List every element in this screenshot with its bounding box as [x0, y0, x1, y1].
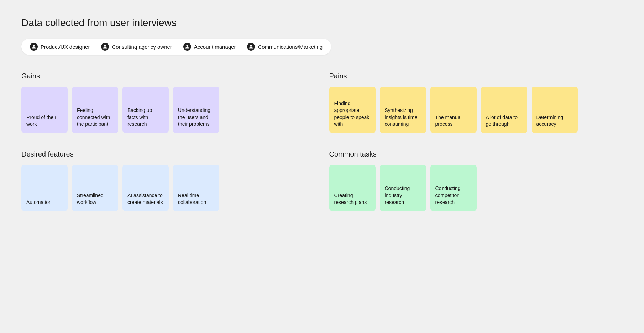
card-text: A lot of data to go through: [486, 114, 522, 128]
card-text: Automation: [26, 199, 52, 206]
card[interactable]: Determining accuracy: [532, 87, 578, 133]
desired-title: Desired features: [21, 150, 315, 158]
card-text: Conducting industry research: [385, 185, 421, 206]
bottom-row: Desired features AutomationStreamlined w…: [21, 150, 623, 211]
filter-comms[interactable]: Communications/Marketing: [247, 43, 323, 51]
common-title: Common tasks: [329, 150, 623, 158]
pains-title: Pains: [329, 72, 623, 80]
card-text: AI assistance to create materials: [127, 192, 164, 206]
card[interactable]: A lot of data to go through: [481, 87, 527, 133]
card-text: Streamlined workflow: [77, 192, 113, 206]
card[interactable]: Finding appropriate people to speak with: [329, 87, 376, 133]
card-text: Real time collaboration: [178, 192, 214, 206]
top-row: Gains Proud of their workFeeling connect…: [21, 72, 623, 133]
card[interactable]: AI assistance to create materials: [122, 165, 169, 211]
card[interactable]: Automation: [21, 165, 68, 211]
page-title: Data collected from user interviews: [21, 17, 623, 29]
pains-section: Pains Finding appropriate people to spea…: [329, 72, 623, 133]
card-text: Understanding the users and their proble…: [178, 107, 214, 128]
card[interactable]: Real time collaboration: [173, 165, 219, 211]
card-text: The manual process: [435, 114, 472, 128]
gains-title: Gains: [21, 72, 315, 80]
user-icon: [30, 43, 38, 51]
filter-consulting[interactable]: Consulting agency owner: [101, 43, 172, 51]
card[interactable]: Backing up facts with research: [122, 87, 169, 133]
gains-section: Gains Proud of their workFeeling connect…: [21, 72, 315, 133]
card[interactable]: Proud of their work: [21, 87, 68, 133]
common-cards: Creating research plansConducting indust…: [329, 165, 623, 211]
card-text: Conducting competitor research: [435, 185, 472, 206]
card-text: Determining accuracy: [536, 114, 573, 128]
card-text: Creating research plans: [334, 192, 371, 206]
card[interactable]: Synthesizing insights is time consuming: [380, 87, 426, 133]
card[interactable]: Conducting competitor research: [430, 165, 477, 211]
gains-cards: Proud of their workFeeling connected wit…: [21, 87, 315, 133]
card-text: Synthesizing insights is time consuming: [385, 107, 421, 128]
card[interactable]: Creating research plans: [329, 165, 376, 211]
desired-section: Desired features AutomationStreamlined w…: [21, 150, 315, 211]
filter-label: Account manager: [194, 44, 236, 50]
filter-label: Communications/Marketing: [258, 44, 323, 50]
desired-cards: AutomationStreamlined workflowAI assista…: [21, 165, 315, 211]
card[interactable]: Streamlined workflow: [72, 165, 118, 211]
user-icon: [101, 43, 109, 51]
user-icon: [247, 43, 255, 51]
sections-wrapper: Gains Proud of their workFeeling connect…: [21, 72, 623, 211]
filter-ux[interactable]: Product/UX designer: [30, 43, 90, 51]
card[interactable]: Conducting industry research: [380, 165, 426, 211]
filter-account[interactable]: Account manager: [183, 43, 236, 51]
pains-cards: Finding appropriate people to speak with…: [329, 87, 623, 133]
card[interactable]: Understanding the users and their proble…: [173, 87, 219, 133]
card-text: Finding appropriate people to speak with: [334, 100, 371, 128]
filter-bar: Product/UX designer Consulting agency ow…: [21, 39, 331, 55]
user-icon: [183, 43, 191, 51]
card-text: Proud of their work: [26, 114, 63, 128]
card[interactable]: Feeling connected with the participant: [72, 87, 118, 133]
card-text: Backing up facts with research: [127, 107, 164, 128]
card[interactable]: The manual process: [430, 87, 477, 133]
card-text: Feeling connected with the participant: [77, 107, 113, 128]
common-section: Common tasks Creating research plansCond…: [329, 150, 623, 211]
filter-label: Product/UX designer: [41, 44, 90, 50]
filter-label: Consulting agency owner: [112, 44, 172, 50]
